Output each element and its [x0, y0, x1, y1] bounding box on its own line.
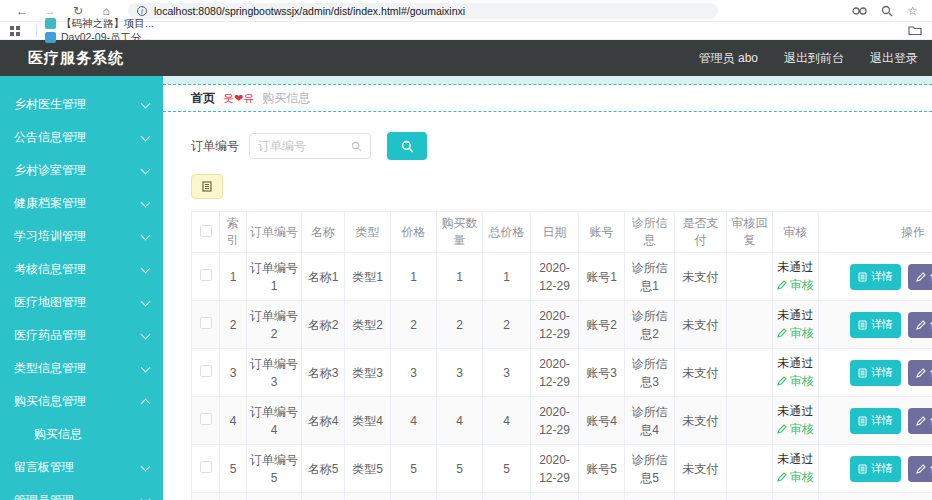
cell-order-no: 订单编号2 [247, 301, 302, 349]
sidebar-item-留言板管理[interactable]: 留言板管理 [0, 451, 163, 484]
detail-button[interactable]: 详情 [850, 408, 901, 434]
bookmark-item[interactable]: Day02-09-员工分... [45, 31, 154, 45]
sidebar-item-类型信息管理[interactable]: 类型信息管理 [0, 352, 163, 385]
sidebar-item-label: 医疗地图管理 [14, 294, 142, 311]
detail-button[interactable]: 详情 [850, 360, 901, 386]
url-bar[interactable]: i localhost:8080/springbootwssjx/admin/d… [128, 3, 718, 19]
row-checkbox[interactable] [200, 413, 212, 425]
sidebar-item-医疗地图管理[interactable]: 医疗地图管理 [0, 286, 163, 319]
cell-review: 未通过审核 [773, 397, 819, 445]
sidebar-item-购买信息管理[interactable]: 购买信息管理 [0, 385, 163, 418]
bookmark-star-icon[interactable]: ☆ [907, 4, 918, 18]
operations-group: 详情修改 [821, 360, 932, 386]
cell-clinic: 诊所信息6 [625, 493, 675, 500]
cell-review-reply [727, 349, 773, 397]
cell-review-reply [727, 397, 773, 445]
row-checkbox[interactable] [200, 317, 212, 329]
cell-operations: 详情修改 [819, 493, 932, 500]
review-action-link[interactable]: 审核 [777, 372, 814, 390]
table-row: 5订单编号5名称5类型55552020-12-29账号5诊所信息5未支付未通过审… [192, 445, 932, 493]
row-select-cell [192, 397, 220, 445]
site-info-icon[interactable]: i [137, 6, 147, 16]
cell-index: 5 [220, 445, 247, 493]
sidebar-item-公告信息管理[interactable]: 公告信息管理 [0, 121, 163, 154]
add-button[interactable] [191, 174, 223, 199]
cell-total: 5 [483, 445, 531, 493]
add-form-icon [202, 181, 212, 192]
bookmark-item[interactable]: 【码神之路】项目... [45, 17, 154, 31]
row-checkbox[interactable] [200, 461, 212, 473]
detail-button-label: 详情 [871, 413, 893, 428]
order-no-input[interactable] [258, 139, 345, 153]
edit-button[interactable]: 修改 [908, 360, 932, 386]
detail-button[interactable]: 详情 [850, 264, 901, 290]
detail-doc-icon [858, 272, 867, 282]
cell-type: 类型2 [345, 301, 391, 349]
sidebar-item-管理员管理[interactable]: 管理员管理 [0, 484, 163, 500]
detail-button[interactable]: 详情 [850, 312, 901, 338]
pencil-icon [916, 368, 926, 378]
operations-group: 详情修改 [821, 408, 932, 434]
sidebar-item-学习培训管理[interactable]: 学习培训管理 [0, 220, 163, 253]
row-checkbox[interactable] [200, 269, 212, 281]
cell-clinic: 诊所信息1 [625, 253, 675, 301]
forward-icon[interactable]: → [42, 4, 58, 18]
sidebar-subitem-购买信息[interactable]: 购买信息 [0, 418, 163, 451]
review-action-link[interactable]: 审核 [777, 324, 814, 342]
browser-window: ← → ↻ ⌂ i localhost:8080/springbootwssjx… [0, 0, 932, 500]
review-status: 未通过 [775, 450, 816, 468]
pencil-icon [777, 424, 787, 434]
edit-button[interactable]: 修改 [908, 312, 932, 338]
other-bookmarks-folder-icon[interactable] [908, 22, 922, 40]
reload-icon[interactable]: ↻ [70, 4, 86, 18]
column-header: 总价格 [483, 212, 531, 253]
cell-order-no: 订单编号3 [247, 349, 302, 397]
sidebar-item-label: 健康档案管理 [14, 195, 142, 212]
home-icon[interactable]: ⌂ [98, 4, 114, 18]
cell-price: 2 [391, 301, 437, 349]
review-action-link[interactable]: 审核 [777, 420, 814, 438]
sidebar-item-医疗药品管理[interactable]: 医疗药品管理 [0, 319, 163, 352]
detail-button-label: 详情 [871, 461, 893, 476]
review-action-link[interactable]: 审核 [777, 468, 814, 486]
detail-button[interactable]: 详情 [850, 456, 901, 482]
edit-button[interactable]: 修改 [908, 456, 932, 482]
sidebar-item-label: 购买信息管理 [14, 393, 142, 410]
header-right: 管理员 abo 退出到前台 退出登录 [699, 50, 918, 67]
sidebar-item-考核信息管理[interactable]: 考核信息管理 [0, 253, 163, 286]
edit-button[interactable]: 修改 [908, 408, 932, 434]
review-status: 未通过 [775, 306, 816, 324]
cell-date: 2020-12-29 [531, 397, 579, 445]
search-button[interactable] [387, 132, 427, 160]
chevron-up-icon [141, 399, 151, 409]
operations-group: 详情修改 [821, 456, 932, 482]
detail-doc-icon [858, 320, 867, 330]
search-icon [401, 140, 414, 153]
sidebar-item-健康档案管理[interactable]: 健康档案管理 [0, 187, 163, 220]
apps-grid-icon[interactable] [10, 26, 20, 36]
cell-price: 5 [391, 445, 437, 493]
cell-total: 2 [483, 301, 531, 349]
sidebar-item-label: 医疗药品管理 [14, 327, 142, 344]
chevron-down-icon [141, 230, 151, 240]
chevron-down-icon [141, 362, 151, 372]
breadcrumb-home[interactable]: 首页 [191, 90, 215, 107]
column-header: 是否支付 [675, 212, 727, 253]
cell-type: 类型4 [345, 397, 391, 445]
select-all-checkbox[interactable] [200, 225, 212, 237]
edit-button[interactable]: 修改 [908, 264, 932, 290]
sidebar-item-乡村诊室管理[interactable]: 乡村诊室管理 [0, 154, 163, 187]
cell-quantity: 1 [437, 253, 483, 301]
logout-link[interactable]: 退出登录 [870, 50, 918, 67]
sidebar-item-乡村医生管理[interactable]: 乡村医生管理 [0, 88, 163, 121]
back-icon[interactable]: ← [14, 4, 30, 18]
reading-mode-icon[interactable] [852, 6, 867, 16]
app-header: 医疗服务系统 管理员 abo 退出到前台 退出登录 [0, 40, 932, 76]
cell-review: 未通过审核 [773, 349, 819, 397]
zoom-icon[interactable] [881, 5, 893, 17]
cell-date: 2020-12-29 [531, 493, 579, 500]
exit-to-front-link[interactable]: 退出到前台 [784, 50, 844, 67]
review-action-link[interactable]: 审核 [777, 276, 814, 294]
row-checkbox[interactable] [200, 365, 212, 377]
cell-order-no: 订单编号6 [247, 493, 302, 500]
